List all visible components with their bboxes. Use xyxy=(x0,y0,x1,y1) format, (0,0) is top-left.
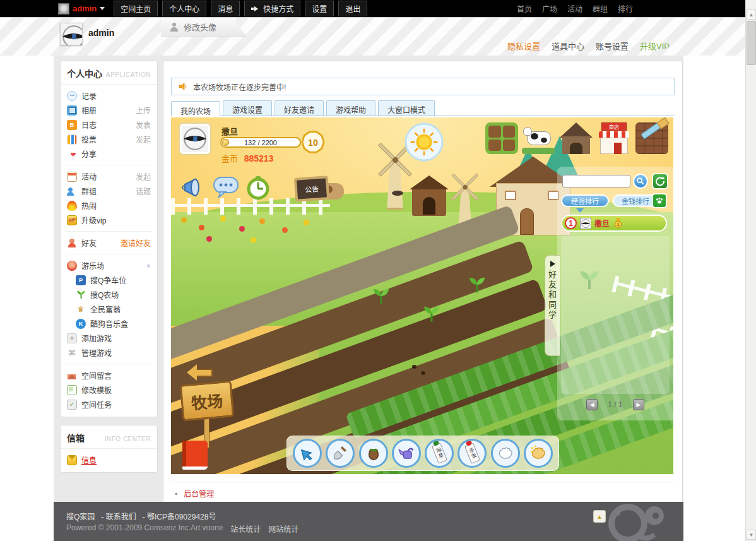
seedling[interactable] xyxy=(372,287,391,306)
sidebar-item-album[interactable]: 相册 上传 xyxy=(61,103,157,117)
tab-invite-friends[interactable]: 好友邀请 xyxy=(275,100,324,116)
divider xyxy=(66,364,152,364)
nav-space-home[interactable]: 空间主页 xyxy=(114,1,158,16)
search-button[interactable] xyxy=(633,174,648,189)
scroll-down-button[interactable]: ▼ xyxy=(747,530,756,540)
nav-personal-center[interactable]: 个人中心 xyxy=(162,1,206,16)
sidebar-item-buzz[interactable]: 热闹 xyxy=(61,198,157,213)
tab-experience-rank[interactable]: 经验排行 xyxy=(561,194,609,207)
footer-stat1-link[interactable]: 站长统计 xyxy=(230,523,261,534)
publish-link[interactable]: 发表 xyxy=(136,119,151,130)
sidebar-item-poll[interactable]: 投票 发起 xyxy=(61,132,157,146)
topbar-user-menu[interactable]: admin xyxy=(58,3,105,15)
rank-list-area xyxy=(561,236,670,394)
nav-shortcuts[interactable]: 快捷方式 xyxy=(244,1,300,16)
sidebar-item-kugou-music[interactable]: K 酷狗音乐盒 xyxy=(61,316,157,331)
plot-expand-icon[interactable] xyxy=(485,122,518,154)
seed[interactable] xyxy=(412,365,416,369)
barn-icon[interactable] xyxy=(560,122,593,154)
sidebar-item-add-game[interactable]: + 添加游戏 xyxy=(61,331,157,345)
chat-bubble-icon[interactable] xyxy=(213,175,239,202)
next-page-button[interactable]: ▶ xyxy=(633,399,644,410)
initiate-link[interactable]: 发起 xyxy=(136,171,151,182)
tab-my-farm[interactable]: 我的农场 xyxy=(171,101,220,116)
tool-pesticide[interactable]: 杀虫 xyxy=(458,439,487,468)
sidebar-item-friends[interactable]: 好友 邀请好友 xyxy=(61,235,157,250)
sidebar-item-tycoon-game[interactable]: 全民富翁 xyxy=(61,302,157,316)
ranch-cow-icon[interactable] xyxy=(522,122,555,154)
sidebar-item-farm-game[interactable]: 搜Q农场 xyxy=(61,287,157,302)
tool-harvest-hand[interactable] xyxy=(524,439,553,468)
sidebar-item-groups[interactable]: 群组 话题 xyxy=(61,184,157,198)
farm-game-canvas[interactable]: 撒旦 132 / 2200 10 金币 885213 xyxy=(171,117,673,474)
seed[interactable] xyxy=(421,371,425,375)
footer-contact-link[interactable]: - 联系我们 xyxy=(101,511,136,521)
sidebar-item-space-tasks[interactable]: 空间任务 xyxy=(61,397,157,412)
seedling[interactable] xyxy=(422,304,441,323)
link-ranking[interactable]: 排行 xyxy=(618,3,633,14)
sidebar-item-parking-game[interactable]: P 搜Q争车位 xyxy=(61,273,157,287)
tool-select-cursor[interactable] xyxy=(293,439,322,468)
refresh-button[interactable] xyxy=(652,173,668,189)
nav-messages[interactable]: 消息 xyxy=(211,1,240,16)
seedling[interactable] xyxy=(468,275,487,294)
sidebar-item-events[interactable]: 活动 发起 xyxy=(61,169,157,184)
decorate-icon[interactable] xyxy=(635,122,668,154)
friends-classmates-tab[interactable]: 好友和同学 xyxy=(545,255,560,356)
footer-stat2-link[interactable]: 网站统计 xyxy=(268,523,298,534)
link-upgrade-vip[interactable]: 升级VIP xyxy=(640,40,670,52)
link-account-settings[interactable]: 账号设置 xyxy=(596,40,629,52)
tool-watering-can[interactable] xyxy=(392,439,421,468)
scrollbar-thumb[interactable] xyxy=(747,21,756,65)
link-plaza[interactable]: 广场 xyxy=(542,3,557,14)
tab-large-window-mode[interactable]: 大窗口模式 xyxy=(378,100,435,116)
sidebar-item-playground[interactable]: 游乐场 » xyxy=(61,258,157,273)
nav-logout[interactable]: 退出 xyxy=(338,1,367,16)
link-groups[interactable]: 群组 xyxy=(593,3,608,14)
player-avatar[interactable] xyxy=(179,122,211,155)
link-privacy-settings[interactable]: 隐私设置 xyxy=(507,40,540,52)
announcement-board[interactable]: 公告 xyxy=(294,175,330,202)
sidebar-item-messages[interactable]: 信息 xyxy=(61,453,157,467)
tab-game-help[interactable]: 游戏帮助 xyxy=(326,100,375,116)
announcement-text: 本农场牧场正在逐步完善中! xyxy=(193,81,286,92)
pasture-sign-label[interactable]: 牧场 xyxy=(180,381,235,422)
sidebar-item-blog[interactable]: B 日志 发表 xyxy=(61,117,157,132)
chevron-expand-icon[interactable]: » xyxy=(145,263,153,267)
invite-friends-link[interactable]: 邀请好友 xyxy=(121,237,151,248)
sidebar-item-share[interactable]: ♥♥ 分享 xyxy=(61,146,157,161)
sidebar-item-space-messages[interactable]: 空间留言 xyxy=(61,368,157,383)
clock-icon[interactable] xyxy=(245,175,271,203)
link-home[interactable]: 首页 xyxy=(517,3,532,14)
page-scrollbar[interactable]: ▲ ▼ xyxy=(745,0,756,541)
scroll-up-button[interactable]: ▲ xyxy=(747,9,756,20)
sidebar-item-records[interactable]: ··· 记录 xyxy=(61,88,157,103)
rank-row-1[interactable]: 1 撒旦 1 xyxy=(561,215,667,232)
nav-settings[interactable]: 设置 xyxy=(305,1,334,16)
tool-shovel[interactable] xyxy=(326,439,355,468)
sun-weather-icon[interactable] xyxy=(405,122,444,164)
sidebar-item-edit-template[interactable]: 修改模板 xyxy=(61,383,157,397)
edit-avatar-tab[interactable]: 修改头像 xyxy=(161,18,247,37)
tool-white-glove[interactable] xyxy=(491,439,520,468)
link-events[interactable]: 活动 xyxy=(567,3,582,14)
divider xyxy=(66,165,152,165)
upload-link[interactable]: 上传 xyxy=(136,105,151,116)
user-avatar[interactable] xyxy=(60,23,83,45)
tool-seed-bag[interactable] xyxy=(359,439,388,468)
tool-weed-killer[interactable]: 除草 xyxy=(425,439,454,468)
prev-page-button[interactable]: ◀ xyxy=(586,399,598,410)
link-item-center[interactable]: 道具中心 xyxy=(552,40,584,52)
tab-game-settings[interactable]: 游戏设置 xyxy=(223,100,272,116)
sidebar-item-manage-games[interactable]: 管理游戏 xyxy=(61,345,157,360)
horn-icon[interactable] xyxy=(180,174,206,203)
search-input[interactable] xyxy=(562,175,630,187)
hand-button[interactable] xyxy=(652,193,667,208)
shop-icon[interactable]: 商店 xyxy=(598,122,630,154)
red-book-icon[interactable] xyxy=(182,441,208,470)
initiate-link[interactable]: 发起 xyxy=(136,134,151,145)
footer-site-link[interactable]: 搜Q家园 xyxy=(66,511,95,521)
sidebar-item-vip[interactable]: VIP 升级vip xyxy=(61,213,157,227)
backend-admin-link[interactable]: 后台管理 xyxy=(184,490,214,499)
topic-link[interactable]: 话题 xyxy=(136,186,151,196)
